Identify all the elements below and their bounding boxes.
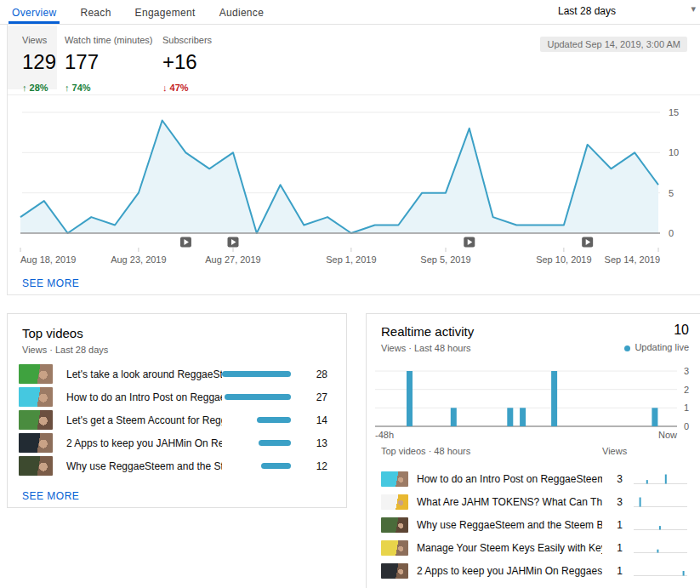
realtime-bar[interactable]	[407, 371, 413, 426]
views-bar	[222, 463, 291, 469]
top-video-row[interactable]: Let's take a look around ReggaeSteem.io2…	[8, 363, 346, 385]
views-sparkline	[634, 564, 689, 578]
video-title[interactable]: How to do an Intro Post on ReggaeSteem /…	[417, 473, 602, 485]
video-title[interactable]: 2 Apps to keep you JAHMin On Reggaest...	[66, 437, 222, 449]
metric-card-views[interactable]: Views 129 ↑ 28%	[22, 35, 56, 93]
see-more-link[interactable]: SEE MORE	[22, 490, 79, 502]
svg-text:Aug 18, 2019: Aug 18, 2019	[20, 254, 76, 265]
views-count: 3	[602, 496, 623, 508]
top-videos-subtitle: Views · Last 28 days	[22, 345, 108, 355]
video-thumbnail[interactable]	[381, 494, 408, 510]
video-title[interactable]: How to do an Intro Post on ReggaeSteem .…	[66, 391, 222, 403]
top-video-row[interactable]: 2 Apps to keep you JAHMin On Reggaest...…	[8, 431, 346, 454]
svg-text:Now: Now	[658, 430, 677, 440]
video-title[interactable]: What Are JAHM TOKENS? What Can They Do? …	[417, 496, 602, 508]
metric-value: +16	[162, 50, 212, 74]
video-upload-play-icon[interactable]	[582, 237, 593, 248]
realtime-video-row[interactable]: How to do an Intro Post on ReggaeSteem /…	[367, 467, 700, 490]
svg-text:1: 1	[684, 402, 689, 413]
video-title[interactable]: 2 Apps to keep you JAHMin On Reggaesteem…	[417, 565, 602, 577]
realtime-video-row[interactable]: What Are JAHM TOKENS? What Can They Do? …	[367, 490, 700, 513]
metric-card-watch-time[interactable]: Watch time (minutes) 177 ↑ 74%	[65, 35, 153, 93]
realtime-bar[interactable]	[451, 408, 457, 426]
video-thumbnail[interactable]	[19, 364, 53, 384]
video-upload-play-icon[interactable]	[464, 237, 475, 248]
analytics-tabbar: Overview Reach Engagement Audience Last …	[0, 0, 700, 25]
analytics-page: Overview Reach Engagement Audience Last …	[0, 0, 700, 588]
views-count: 27	[291, 391, 327, 403]
metric-delta: ↑ 74%	[65, 83, 153, 93]
views-count: 1	[602, 542, 623, 554]
realtime-bar-chart[interactable]: 3210-48hNow	[367, 363, 700, 443]
video-upload-play-icon[interactable]	[228, 237, 239, 248]
tab-reach[interactable]: Reach	[68, 0, 122, 24]
realtime-title: Realtime activity	[381, 324, 474, 339]
realtime-video-row[interactable]: Why use ReggaeSteem and the Steem Blockc…	[367, 513, 700, 536]
video-thumbnail[interactable]	[19, 433, 53, 453]
tab-overview[interactable]: Overview	[0, 0, 68, 24]
metric-label: Views	[22, 35, 56, 45]
trend-arrow-icon: ↓	[162, 83, 168, 93]
views-chart-area: 151050Aug 18, 2019Aug 23, 2019Aug 27, 20…	[8, 94, 700, 273]
svg-text:Aug 23, 2019: Aug 23, 2019	[111, 254, 166, 265]
video-title[interactable]: Why use ReggaeSteem and the Steem Blockc…	[417, 519, 602, 531]
date-range-selector[interactable]: Last 28 days	[558, 5, 616, 17]
metric-value: 129	[22, 50, 56, 74]
top-video-row[interactable]: Let's get a Steem Account for ReggaeSte.…	[8, 408, 346, 431]
views-count: 13	[291, 437, 327, 449]
trend-arrow-icon: ↑	[22, 83, 27, 93]
views-count: 1	[602, 565, 623, 577]
video-thumbnail[interactable]	[381, 471, 408, 487]
list-header-views: Views	[602, 446, 623, 456]
views-bar	[222, 394, 291, 400]
views-sparkline	[634, 495, 689, 509]
metric-delta: ↓ 47%	[162, 83, 212, 93]
realtime-bar[interactable]	[520, 408, 526, 426]
top-video-row[interactable]: How to do an Intro Post on ReggaeSteem .…	[8, 385, 346, 408]
see-more-link[interactable]: SEE MORE	[22, 277, 79, 289]
video-upload-play-icon[interactable]	[180, 237, 191, 248]
realtime-bar[interactable]	[652, 408, 657, 426]
realtime-bar[interactable]	[507, 408, 513, 426]
views-sparkline	[634, 541, 689, 555]
svg-text:Sep 10, 2019: Sep 10, 2019	[536, 254, 591, 265]
svg-text:3: 3	[684, 366, 689, 376]
video-thumbnail[interactable]	[19, 456, 53, 476]
views-bar	[222, 371, 291, 377]
realtime-total-views: 10	[674, 323, 689, 338]
metric-card-subscribers[interactable]: Subscribers +16 ↓ 47%	[162, 35, 212, 93]
svg-text:Aug 27, 2019: Aug 27, 2019	[205, 254, 260, 265]
metric-delta: ↑ 28%	[22, 83, 56, 93]
realtime-video-row[interactable]: Manage Your Steem Keys Easily with Keych…	[367, 536, 700, 559]
video-thumbnail[interactable]	[381, 517, 408, 533]
video-title[interactable]: Why use ReggaeSteem and the Steem Bl...	[66, 460, 222, 472]
video-thumbnail[interactable]	[19, 410, 53, 430]
svg-text:10: 10	[669, 147, 679, 157]
metric-label: Watch time (minutes)	[65, 35, 153, 45]
svg-text:Sep 14, 2019: Sep 14, 2019	[605, 254, 660, 265]
views-line-chart[interactable]: 151050Aug 18, 2019Aug 23, 2019Aug 27, 20…	[8, 95, 700, 274]
video-title[interactable]: Manage Your Steem Keys Easily with Keych…	[417, 542, 602, 554]
chevron-down-icon[interactable]: ▾	[691, 3, 696, 14]
video-title[interactable]: Let's take a look around ReggaeSteem.io	[66, 368, 222, 380]
views-count: 28	[291, 368, 327, 380]
video-thumbnail[interactable]	[381, 540, 408, 556]
top-videos-title: Top videos	[22, 326, 108, 340]
views-bar	[222, 440, 291, 446]
svg-text:Sep 1, 2019: Sep 1, 2019	[326, 254, 376, 265]
tab-audience[interactable]: Audience	[208, 0, 276, 24]
views-bar	[222, 417, 291, 423]
tab-engagement[interactable]: Engagement	[123, 0, 208, 24]
realtime-bar[interactable]	[551, 371, 557, 426]
realtime-video-row[interactable]: 2 Apps to keep you JAHMin On Reggaesteem…	[367, 559, 700, 582]
realtime-activity-card: Realtime activity Views · Last 48 hours …	[366, 313, 700, 588]
updating-live-badge: Updating live	[624, 342, 689, 352]
svg-text:2: 2	[684, 385, 689, 395]
top-video-row[interactable]: Why use ReggaeSteem and the Steem Bl...1…	[8, 454, 346, 477]
video-thumbnail[interactable]	[381, 563, 408, 579]
updated-timestamp-badge: Updated Sep 14, 2019, 3:00 AM	[540, 37, 687, 52]
video-title[interactable]: Let's get a Steem Account for ReggaeSte.…	[66, 414, 222, 426]
svg-text:15: 15	[669, 107, 679, 117]
video-thumbnail[interactable]	[19, 387, 53, 407]
views-count: 14	[291, 414, 327, 426]
